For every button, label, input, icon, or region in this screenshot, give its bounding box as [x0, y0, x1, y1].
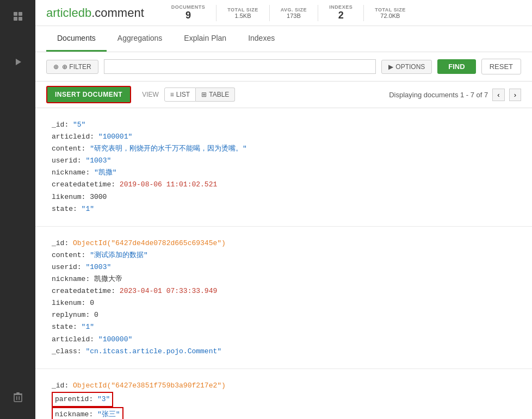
- field-state-2: state: "1": [52, 321, 516, 333]
- options-arrow-icon: ▶: [388, 63, 393, 71]
- svg-rect-9: [16, 392, 20, 393]
- reset-button[interactable]: RESET: [481, 59, 521, 74]
- avg-size-label: AVG. SIZE: [281, 7, 307, 12]
- main-content: articledb.comment DOCUMENTS 9 TOTAL SIZE…: [35, 0, 532, 419]
- field-userid-2: userid: "1003": [52, 261, 516, 273]
- db-collection-title: articledb.comment: [46, 6, 144, 20]
- stat-divider-3: [318, 5, 318, 21]
- table-icon: ⊞: [201, 91, 207, 98]
- field-createdatetime: createdatetime: 2019-08-06 11:01:02.521: [52, 179, 516, 191]
- filter-input[interactable]: [104, 59, 376, 74]
- avg-size-stat: AVG. SIZE 173B: [281, 7, 307, 19]
- list-icon: ≡: [170, 91, 174, 98]
- document-card-3: _id: ObjectId("6427e3851f759b3a90f217e2"…: [35, 369, 532, 419]
- avg-size-value: 173B: [287, 12, 301, 19]
- view-label: VIEW: [142, 91, 159, 98]
- find-button[interactable]: FIND: [437, 59, 475, 74]
- db-name: articledb: [46, 6, 91, 20]
- view-buttons: ≡ LIST ⊞ TABLE: [164, 87, 235, 102]
- pagination-text: Displaying documents 1 - 7 of 7: [389, 91, 488, 99]
- field-nickname: nickname: "凯撒": [52, 167, 516, 179]
- svg-rect-0: [14, 12, 17, 16]
- svg-marker-4: [16, 59, 21, 65]
- documents-count: 9: [185, 10, 191, 21]
- tab-explain-plan[interactable]: Explain Plan: [173, 26, 237, 52]
- stat-divider-1: [216, 5, 216, 21]
- field-id-3: _id: ObjectId("6427e3851f759b3a90f217e2"…: [52, 380, 516, 392]
- filter-label: ⊕ FILTER: [62, 63, 91, 71]
- tab-aggregations[interactable]: Aggregations: [107, 26, 174, 52]
- indexes-count: 2: [338, 10, 344, 21]
- sidebar: [0, 0, 35, 419]
- field-createdatetime-2: createdatetime: 2023-04-01 07:33:33.949: [52, 285, 516, 297]
- svg-rect-7: [18, 396, 20, 400]
- documents-stat: DOCUMENTS 9: [171, 4, 206, 21]
- field-id: _id: "5": [52, 119, 516, 131]
- pagination-info: Displaying documents 1 - 7 of 7 ‹ ›: [389, 89, 521, 101]
- sidebar-icon-play[interactable]: [7, 51, 29, 73]
- top-header: articledb.comment DOCUMENTS 9 TOTAL SIZE…: [35, 0, 532, 26]
- table-label: TABLE: [209, 91, 229, 98]
- indexes-label: INDEXES: [329, 4, 352, 10]
- field-nickname-3: nickname: "张三": [52, 407, 516, 419]
- svg-rect-5: [14, 395, 22, 402]
- filter-button[interactable]: ⊕ ⊕ FILTER: [46, 60, 98, 74]
- field-content: content: "研究表明，刚烧开的水千万不能喝，因为烫嘴。": [52, 143, 516, 155]
- list-view-button[interactable]: ≡ LIST: [164, 87, 196, 102]
- options-label: OPTIONS: [395, 63, 425, 71]
- total-size-docs-label: TOTAL SIZE: [227, 7, 258, 12]
- list-label: LIST: [176, 91, 190, 98]
- field-nickname-2: nickname: 凯撒大帝: [52, 273, 516, 285]
- documents-area: _id: "5" articleid: "100001" content: "研…: [35, 108, 532, 419]
- insert-document-button[interactable]: INSERT DOCUMENT: [46, 86, 131, 103]
- filter-toolbar: ⊕ ⊕ FILTER ▶ OPTIONS FIND RESET: [35, 52, 532, 82]
- svg-rect-8: [14, 393, 22, 395]
- field-state: state: "1": [52, 203, 516, 215]
- sidebar-icon-trash[interactable]: [7, 386, 29, 408]
- document-card-2: _id: ObjectId("6427de4de0782d665c69345e"…: [35, 227, 532, 369]
- sidebar-icon-grid[interactable]: [7, 5, 29, 27]
- table-view-button[interactable]: ⊞ TABLE: [196, 87, 235, 102]
- field-content-2: content: "测试添加的数据": [52, 249, 516, 261]
- svg-rect-3: [18, 17, 22, 21]
- field-likenum-2: likenum: 0: [52, 297, 516, 309]
- total-size-idx-label: TOTAL SIZE: [375, 7, 406, 12]
- tabs-bar: Documents Aggregations Explain Plan Inde…: [35, 26, 532, 52]
- field-id-2: _id: ObjectId("6427de4de0782d665c69345e"…: [52, 237, 516, 249]
- field-articleid: articleid: "100001": [52, 131, 516, 143]
- options-button[interactable]: ▶ OPTIONS: [381, 60, 432, 74]
- document-card-1: _id: "5" articleid: "100001" content: "研…: [35, 108, 532, 227]
- field-articleid-2: articleid: "100000": [52, 334, 516, 346]
- stat-divider-4: [363, 5, 364, 21]
- prev-page-button[interactable]: ‹: [492, 89, 504, 101]
- field-class-2: _class: "cn.itcast.article.pojo.Comment": [52, 346, 516, 358]
- svg-rect-2: [14, 17, 17, 21]
- field-replynum-2: replynum: 0: [52, 309, 516, 321]
- svg-rect-1: [18, 12, 22, 16]
- total-size-idx-value: 72.0KB: [380, 12, 400, 19]
- tab-documents[interactable]: Documents: [46, 26, 107, 52]
- stat-divider-2: [269, 5, 270, 21]
- doc-toolbar: INSERT DOCUMENT VIEW ≡ LIST ⊞ TABLE Disp…: [35, 82, 532, 108]
- collection-name: comment: [95, 6, 144, 20]
- total-size-docs-value: 1.5KB: [235, 12, 251, 19]
- stats-group: DOCUMENTS 9 TOTAL SIZE 1.5KB AVG. SIZE 1…: [171, 4, 406, 21]
- total-size-docs-stat: TOTAL SIZE 1.5KB: [227, 7, 258, 19]
- indexes-stat: INDEXES 2: [329, 4, 352, 21]
- highlight-parentid: parentid: "3": [52, 392, 113, 407]
- filter-plus-icon: ⊕: [53, 63, 59, 71]
- field-likenum: likenum: 3000: [52, 191, 516, 203]
- tab-indexes[interactable]: Indexes: [237, 26, 286, 52]
- field-userid: userid: "1003": [52, 155, 516, 167]
- documents-label: DOCUMENTS: [171, 4, 206, 10]
- highlight-nickname: nickname: "张三": [52, 407, 123, 419]
- total-size-idx-stat: TOTAL SIZE 72.0KB: [375, 7, 406, 19]
- next-page-button[interactable]: ›: [509, 89, 521, 101]
- field-parentid-3: parentid: "3": [52, 392, 516, 407]
- svg-rect-6: [16, 396, 17, 400]
